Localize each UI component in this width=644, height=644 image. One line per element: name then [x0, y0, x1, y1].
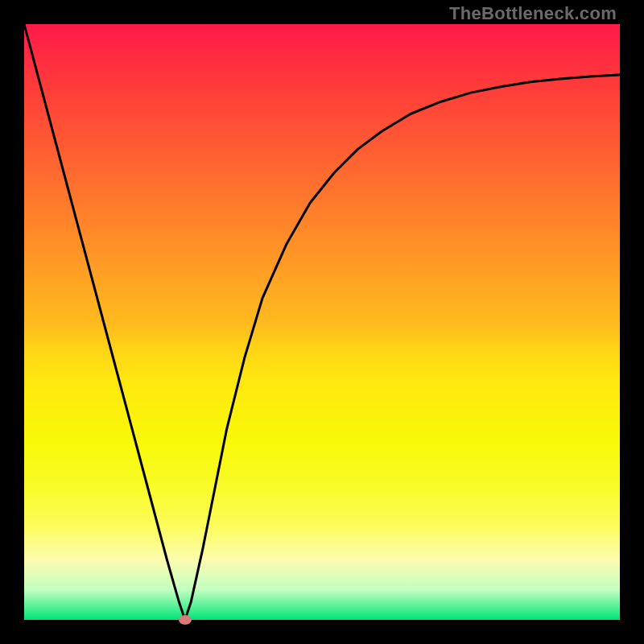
chart-frame: TheBottleneck.com — [0, 0, 644, 644]
bottleneck-curve — [24, 24, 620, 620]
watermark-text: TheBottleneck.com — [449, 3, 617, 24]
minimum-marker — [179, 615, 192, 625]
plot-area — [24, 24, 620, 620]
